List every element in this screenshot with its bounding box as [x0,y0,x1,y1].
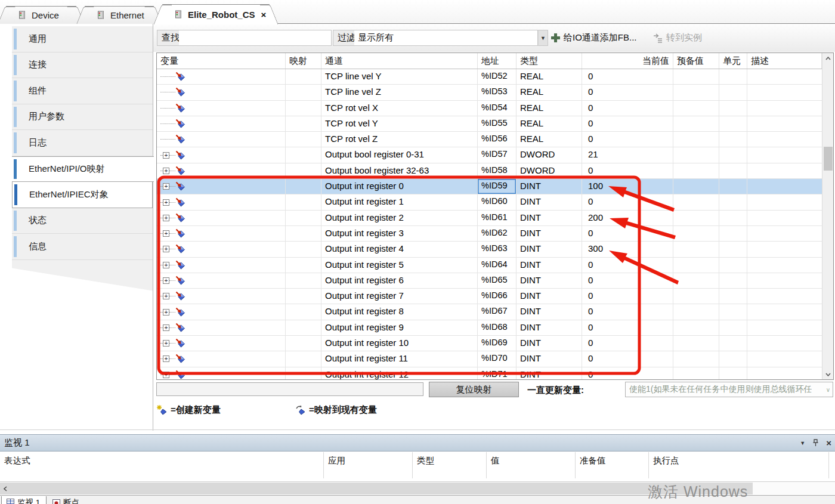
watch-column-header-5[interactable]: 执行点 [649,452,829,478]
column-header-0[interactable]: 变量 [157,53,286,69]
table-row[interactable]: TCP line vel Y%ID52REAL0 [157,69,822,85]
current-value-cell: 21 [582,147,673,162]
document-tab-ethernet[interactable]: Ethernet [85,6,154,24]
horizontal-scrollbar[interactable] [0,481,835,494]
table-row[interactable]: TCP rot vel Y%ID55REAL0 [157,116,822,132]
description-cell [747,194,822,209]
table-row[interactable]: + Output int register 4%ID63DINT300 [157,242,822,257]
sidebar-item-信息[interactable]: 信息 [12,234,153,260]
variable-cell [157,69,286,84]
mapping-cell [286,226,321,241]
expand-icon[interactable]: + [163,230,169,237]
sidebar-item-组件[interactable]: 组件 [12,78,153,104]
type-cell: DWORD [517,147,582,162]
sidebar-item-日志[interactable]: 日志 [12,130,153,156]
table-row[interactable]: TCP line vel Z%ID53REAL0 [157,85,822,100]
column-header-3[interactable]: 地址 [478,53,517,69]
close-panel-icon[interactable]: × [826,438,831,448]
watch-column-header-2[interactable]: 类型 [413,452,487,478]
unit-cell [719,336,747,351]
table-row[interactable]: + Output int register 0%ID59DINT100 [157,179,822,194]
expand-icon[interactable]: + [163,324,169,331]
table-row[interactable]: + Output int register 11%ID70DINT0 [157,351,822,367]
column-header-5[interactable]: 当前值 [582,53,673,69]
document-tab-device[interactable]: Device [6,6,76,24]
pin-icon[interactable] [812,439,819,447]
reset-mapping-button[interactable]: 复位映射 [429,382,519,397]
watch-column-header-4[interactable]: 准备值 [576,452,649,478]
watch-column-header-3[interactable]: 值 [487,452,576,478]
expand-icon[interactable]: + [163,262,169,268]
sidebar-item-连接[interactable]: 连接 [12,52,153,79]
expand-icon[interactable]: + [163,246,169,252]
table-row[interactable]: + Output bool register 0-31%ID57DWORD21 [157,147,822,163]
scrollbar-thumb-horizontal[interactable] [11,483,753,494]
expand-icon[interactable]: + [163,215,169,221]
bottom-tab-断点[interactable]: 断点 [48,496,86,504]
expand-icon[interactable]: + [163,372,169,378]
expand-icon[interactable]: + [163,355,169,362]
filter-dropdown-icon[interactable]: ▼ [538,30,548,46]
table-row[interactable]: + Output int register 12%ID71DINT0 [157,367,822,380]
update-mode-dropdown[interactable]: 使能1(如果未在任何任务中使用则使用总线循环任 ∨ [625,382,833,397]
table-row[interactable]: + Output int register 2%ID61DINT200 [157,211,822,226]
sidebar-item-通用[interactable]: 通用 [12,26,153,52]
scroll-down-icon[interactable] [822,369,834,379]
description-cell [747,116,822,131]
horizontal-splitter[interactable] [0,429,835,430]
variable-cell: + [157,289,286,304]
expand-icon[interactable]: + [163,340,169,347]
expand-icon[interactable]: + [163,293,169,299]
description-cell [747,101,822,116]
current-value-cell: 0 [582,132,673,147]
expand-icon[interactable]: + [163,277,169,284]
panel-menu-icon[interactable]: ▼ [800,440,805,446]
document-tab-elite_robot_cs[interactable]: Elite_Robot_CS× [162,4,270,24]
add-fb-button[interactable]: 给IO通道添加FB... [551,30,637,46]
address-cell: %ID61 [478,211,517,225]
table-row[interactable]: TCP rot vel X%ID54REAL0 [157,101,822,116]
find-input[interactable] [179,30,332,46]
scroll-up-icon[interactable] [822,53,834,63]
vertical-scrollbar[interactable] [822,53,833,379]
column-header-1[interactable]: 映射 [286,53,321,69]
watch-column-header-0[interactable]: 表达式 [0,452,324,478]
table-row[interactable]: + Output int register 5%ID64DINT0 [157,258,822,273]
scroll-left-icon[interactable] [0,483,11,494]
prepared-value-cell [673,289,719,304]
table-row[interactable]: + Output int register 1%ID60DINT0 [157,194,822,210]
column-header-6[interactable]: 预备值 [673,53,719,69]
variable-cell: + [157,147,286,162]
expand-icon[interactable]: + [163,199,169,206]
close-tab-icon[interactable]: × [261,10,267,20]
table-row[interactable]: + Output int register 9%ID68DINT0 [157,320,822,336]
expand-icon[interactable]: + [163,168,169,174]
table-row[interactable]: + Output int register 6%ID65DINT0 [157,273,822,289]
sidebar-item-EtherNet/IPIEC对象[interactable]: EtherNet/IPIEC对象 [12,182,153,208]
table-row[interactable]: TCP rot vel Z%ID56REAL0 [157,132,822,147]
table-row[interactable]: + Output int register 7%ID66DINT0 [157,289,822,304]
table-row[interactable]: + Output int register 3%ID62DINT0 [157,226,822,242]
prepared-value-cell [673,367,719,380]
sidebar-item-用户参数[interactable]: 用户参数 [12,104,153,131]
watch-panel-titlebar: 监视 1 ▼ × [0,434,835,452]
bottom-tab-监视 1[interactable]: 监视 1 [1,496,47,504]
expand-icon[interactable]: + [163,309,169,316]
goto-instance-button[interactable]: 转到实例 [653,30,702,46]
expand-icon[interactable]: + [163,183,169,190]
column-header-2[interactable]: 通道 [321,53,478,69]
watch-column-header-1[interactable]: 应用 [324,452,413,478]
type-cell: DINT [517,194,582,209]
device-editor-sidebar: 通用连接组件用户参数日志EtherNet/IPI/O映射EtherNet/IPI… [12,26,153,260]
column-header-4[interactable]: 类型 [517,53,582,69]
table-row[interactable]: + Output bool register 32-63%ID58DWORD0 [157,163,822,179]
column-header-7[interactable]: 单元 [719,53,747,69]
table-row[interactable]: + Output int register 10%ID69DINT0 [157,336,822,351]
sidebar-item-EtherNet/IPI/O映射[interactable]: EtherNet/IPI/O映射 [12,156,154,183]
column-header-8[interactable]: 描述 [747,53,822,69]
sidebar-item-状态[interactable]: 状态 [12,208,153,234]
filter-combobox[interactable]: 显示所有 [354,30,538,46]
scrollbar-thumb[interactable] [824,147,833,171]
expand-icon[interactable]: + [163,152,169,159]
table-row[interactable]: + Output int register 8%ID67DINT0 [157,304,822,320]
